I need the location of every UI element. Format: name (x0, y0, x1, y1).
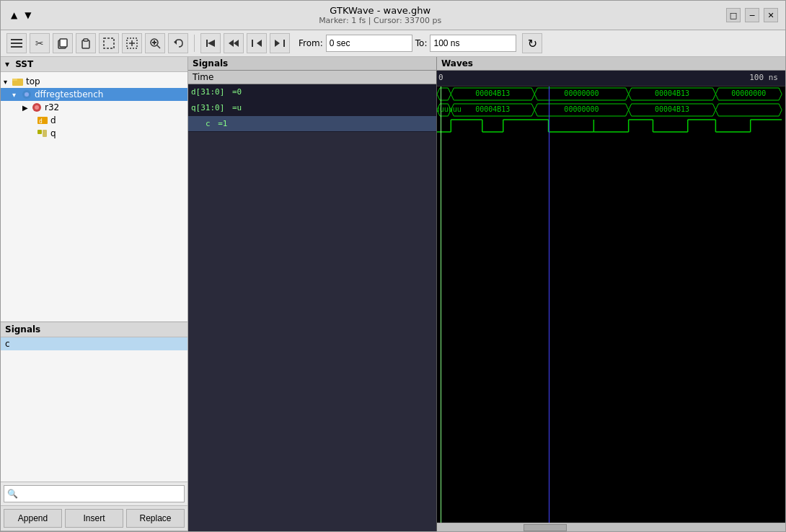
collapse-up-arrow[interactable]: ▲ (8, 9, 20, 22)
title-bar-controls: □ − ✕ (726, 8, 778, 22)
paste-icon (80, 37, 92, 49)
tree-label-top: top (26, 76, 40, 87)
signal-item-c[interactable]: c (1, 337, 187, 350)
zoom-select-icon (149, 37, 161, 49)
paste-button[interactable] (76, 33, 96, 53)
wave-scroll-area: Time d[31:0] =0 q[31:0] =u (188, 71, 785, 531)
svg-marker-20 (229, 40, 234, 47)
wave-content-area[interactable] (437, 87, 785, 523)
svg-marker-23 (275, 40, 280, 47)
close-button[interactable]: ✕ (764, 8, 778, 22)
signal-value-q: =u (227, 103, 242, 112)
from-label: From: (299, 38, 323, 48)
tree-label-r32: r32 (45, 102, 59, 112)
undo-icon (172, 37, 184, 49)
sst-collapse-arrow[interactable]: ▾ (5, 59, 9, 69)
insert-button[interactable]: Insert (65, 509, 123, 528)
svg-rect-5 (60, 39, 67, 47)
svg-rect-2 (11, 46, 22, 48)
goto-start-button[interactable] (200, 33, 221, 53)
svg-point-30 (35, 105, 39, 110)
fast-rewind-button[interactable] (224, 33, 244, 53)
horizontal-scrollbar[interactable] (437, 523, 785, 531)
forward-button[interactable] (270, 33, 290, 53)
search-input[interactable] (4, 485, 185, 502)
tree-arrow-r32[interactable]: ▶ (22, 104, 31, 112)
signals-col-header: Signals (188, 57, 437, 70)
right-panel: Signals Waves Time d[31:0] =0 q (188, 57, 785, 531)
tree-arrow-top[interactable]: ▾ (4, 78, 12, 86)
svg-rect-7 (84, 39, 88, 41)
minimize-button[interactable]: − (745, 8, 759, 22)
replace-button[interactable]: Replace (126, 509, 185, 528)
component-icon (31, 102, 43, 112)
copy-button[interactable] (53, 33, 73, 53)
sst-label: SST (15, 59, 33, 69)
signal-label-c: c (188, 119, 213, 128)
svg-rect-26 (12, 79, 17, 81)
rewind-icon (251, 37, 262, 49)
tree-item-dffregtestbench[interactable]: ▾ dffregtestbench (1, 88, 187, 101)
goto-start-icon (205, 37, 216, 49)
svg-text:d: d (39, 118, 43, 125)
svg-marker-21 (257, 40, 262, 47)
signal-value-c: =1 (213, 119, 228, 128)
wave-time-ruler: 0 100 ns (437, 71, 785, 87)
signal-d-icon: d (37, 115, 48, 125)
tree-item-r32[interactable]: ▶ r32 (1, 101, 187, 114)
tree-item-q[interactable]: ▶ q (1, 127, 187, 140)
signal-label-d: d[31:0] (188, 87, 227, 97)
tree-label-dffregtestbench: dffregtestbench (35, 89, 103, 99)
main-area: ▾ SST ▾ top ▾ (1, 57, 785, 531)
undo-button[interactable] (168, 33, 188, 53)
append-button[interactable]: Append (4, 509, 62, 528)
svg-rect-1 (11, 43, 22, 44)
signal-value-d: =0 (227, 87, 242, 97)
hamburger-icon (11, 38, 22, 48)
select-button[interactable] (99, 33, 119, 53)
svg-marker-18 (208, 40, 215, 47)
zoom-select-button[interactable] (145, 33, 165, 53)
tree-label-q: q (50, 128, 56, 138)
svg-rect-34 (43, 130, 47, 137)
restore-button[interactable]: □ (726, 8, 741, 22)
signal-rows: d[31:0] =0 q[31:0] =u c =1 (188, 84, 436, 531)
from-to-group: From: To: (299, 35, 516, 52)
signal-row-c: c =1 (188, 116, 436, 132)
signal-row-d: d[31:0] =0 (188, 84, 436, 100)
fast-rewind-icon (228, 37, 239, 49)
rewind-button[interactable] (247, 33, 267, 53)
zoom-fit-icon (126, 37, 138, 49)
tree-arrow-dffregtestbench[interactable]: ▾ (12, 91, 21, 99)
menu-button[interactable] (6, 33, 27, 53)
svg-rect-33 (37, 130, 42, 134)
svg-rect-15 (154, 40, 155, 45)
forward-icon (274, 37, 286, 49)
from-input[interactable] (326, 35, 412, 52)
signal-label-q: q[31:0] (188, 103, 227, 112)
scrollbar-thumb[interactable] (524, 524, 567, 531)
module-icon (21, 89, 32, 99)
collapse-down-arrow[interactable]: ▼ (22, 9, 34, 22)
signals-header: Signals (1, 322, 187, 337)
tree-item-top[interactable]: ▾ top (1, 75, 187, 88)
svg-point-28 (25, 92, 29, 97)
wave-area: 0 100 ns (437, 71, 785, 531)
window-title: GTKWave - wave.ghw (34, 5, 726, 16)
signals-list: c (1, 337, 187, 482)
waves-col-header: Waves (437, 57, 785, 70)
svg-line-13 (157, 45, 160, 48)
to-input[interactable] (430, 35, 516, 52)
sst-section: ▾ SST ▾ top ▾ (1, 57, 187, 322)
tree-item-d[interactable]: ▶ d d (1, 114, 187, 127)
signals-time-panel: Time d[31:0] =0 q[31:0] =u (188, 71, 437, 531)
scissors-icon: ✂ (34, 37, 45, 49)
copy-icon (57, 37, 69, 49)
svg-text:✂: ✂ (35, 37, 44, 49)
cut-button[interactable]: ✂ (30, 33, 50, 53)
svg-rect-8 (104, 38, 114, 48)
main-window: ▲ ▼ GTKWave - wave.ghw Marker: 1 fs | Cu… (0, 0, 786, 532)
time-header: Time (188, 71, 436, 84)
reload-button[interactable]: ↻ (522, 33, 542, 53)
zoom-fit-button[interactable] (122, 33, 142, 53)
